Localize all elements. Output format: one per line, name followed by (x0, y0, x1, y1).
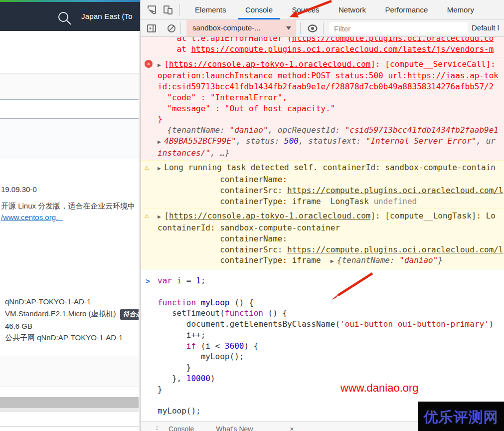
expand-triangle-icon[interactable]: ▶ (158, 139, 164, 145)
console-line: containerSrc: https://compute.plugins.oc… (141, 185, 504, 196)
tab-performance[interactable]: Performance (376, 0, 436, 19)
console-text: myLoop (201, 298, 230, 307)
page-row (0, 118, 139, 158)
console-text: containerId: sandbox-compute-container (158, 223, 340, 232)
drawer-menu-icon[interactable]: ⋮ (154, 425, 161, 431)
console-text: instances/" (158, 148, 210, 158)
drawer-tab-whats-new[interactable]: What's New (216, 425, 253, 431)
log-levels-dropdown[interactable]: Default l (472, 23, 499, 32)
console-text: ; (201, 276, 206, 285)
console-line: containerSrc: https://compute.plugins.oc… (141, 244, 504, 255)
console-line: }, 10000) (141, 373, 504, 384)
console-text: operation:launchInstance method:POST sta… (158, 71, 407, 80)
console-text: ) { (244, 341, 258, 351)
live-expression-eye-icon[interactable] (307, 23, 318, 33)
console-line: } (141, 384, 504, 395)
image-description-text: 开源 Linux 分发版，适合在企业云环境中 (1, 202, 135, 211)
error-icon[interactable] (145, 60, 153, 68)
console-error-block: ▶ [https://console.ap-tokyo-1.oracleclou… (141, 57, 504, 161)
oracle-cloud-page: Japan East (To 19.09.30-0 开源 Linux 分发版，适… (0, 0, 140, 431)
divider (179, 4, 180, 16)
console-link[interactable]: https://compute.plugins.oci.oraclecloud.… (287, 186, 503, 195)
console-link[interactable]: https://console.ap-tokyo-1.oraclecloud.c… (169, 59, 371, 69)
console-link[interactable]: https://compute.plugins.oci.oraclecloud.… (287, 245, 503, 254)
page-row (0, 73, 139, 99)
filter-input[interactable] (329, 22, 468, 34)
tab-sources[interactable]: Sources (283, 0, 328, 19)
console-text: id:csid59713bcc41fdb1434fb2faab9e1e/f288… (158, 82, 494, 91)
console-text: } (158, 114, 163, 124)
console-line: at t.e.apiErrorHandler (https://compute.… (141, 37, 504, 44)
divider (323, 22, 324, 34)
console-link[interactable]: https://iaas.ap-tok (407, 71, 499, 80)
divider (0, 73, 139, 74)
chevron-down-icon (286, 26, 291, 30)
scroll-band[interactable] (0, 397, 139, 408)
console-text: setTimeout( (158, 308, 225, 318)
drawer-close-icon[interactable]: × (290, 425, 294, 431)
tab-console[interactable]: Console (237, 0, 281, 19)
console-line: ▶ [https://console.ap-tokyo-1.oracleclou… (141, 211, 504, 222)
tab-memory[interactable]: Memory (439, 0, 483, 19)
image-version-text: 19.09.30-0 (1, 185, 37, 194)
console-toolbar: sandbox-compute-... Default l (141, 20, 504, 37)
console-text: Long running task detected self. contain… (164, 163, 496, 172)
page-header-bar: Japan East (To (0, 2, 140, 31)
drawer-tab-console[interactable]: Console (168, 425, 194, 431)
vm-availability-domain: qNnD:AP-TOKYO-1-AD-1 (5, 297, 91, 306)
console-line: "code" : "InternalError", (141, 92, 504, 103)
tab-elements[interactable]: Elements (186, 0, 235, 19)
console-text: containerName: (158, 175, 287, 184)
console-text: "daniao" (230, 125, 268, 135)
watermark-box: 优乐评测网 (418, 402, 504, 431)
device-toolbar-icon[interactable] (163, 4, 173, 15)
console-link[interactable]: https://console.ap-tokyo-1.oraclecloud.c… (169, 211, 371, 220)
console-line: document.getElementsByClassName('oui-but… (141, 319, 504, 330)
devtools-panel: Elements Console Sources Network Perform… (140, 0, 504, 431)
console-text: containerType: iframe LongTask (158, 197, 373, 206)
console-text: ) (489, 319, 494, 329)
console-text: "message" : "Out of host capacity." (158, 104, 335, 113)
console-line: at https://compute.plugins.oci.oracleclo… (141, 44, 504, 55)
console-line: if (i < 3600) { (141, 341, 504, 352)
javascript-context-select[interactable]: sandbox-compute-... (186, 20, 296, 36)
console-line: ▶ [https://console.ap-tokyo-1.oracleclou… (141, 59, 504, 71)
console-link[interactable]: https://compute.plugins.oci.oraclecloud.… (292, 37, 494, 43)
console-text: , status: (236, 136, 284, 146)
console-warn-block: ▶ [https://console.ap-tokyo-1.oracleclou… (141, 209, 504, 269)
show-console-sidebar-icon[interactable] (147, 23, 157, 33)
console-line: setTimeout(function () { (141, 308, 504, 319)
warn-icon[interactable] (145, 163, 153, 171)
console-text: () { (230, 298, 254, 307)
expand-triangle-icon[interactable]: ▶ (331, 258, 337, 264)
console-line: function myLoop () { (141, 297, 504, 308)
expand-triangle-icon[interactable]: ▶ (158, 214, 164, 220)
console-text: { (158, 125, 172, 135)
console-text: (i < (196, 341, 225, 351)
console-text: myLoop(); (158, 352, 244, 361)
console-text: } (158, 385, 163, 394)
tab-network[interactable]: Network (330, 0, 374, 19)
search-icon[interactable] (56, 10, 73, 27)
region-selector[interactable]: Japan East (To (81, 12, 133, 20)
console-text: function (225, 308, 263, 318)
vm-shape-line: VM.Standard.E2.1.Micro (虚拟机)符合条 (5, 309, 140, 320)
devtools-tab-bar: Elements Console Sources Network Perform… (141, 0, 504, 20)
console-line: i++; (141, 330, 504, 341)
expand-triangle-icon[interactable]: ▶ (158, 62, 164, 68)
warn-icon[interactable] (145, 212, 153, 219)
context-label: sandbox-compute-... (192, 23, 261, 32)
console-text: } (158, 363, 191, 372)
console-text: , ur (476, 136, 496, 146)
console-text: i++; (158, 330, 205, 340)
console-line: } (141, 114, 504, 125)
inspect-element-icon[interactable] (147, 4, 158, 15)
console-text: function (158, 298, 201, 307)
console-text: tenantName: (172, 125, 230, 135)
vm-memory-text: 46.6 GB (5, 322, 32, 330)
expand-triangle-icon[interactable]: ▶ (158, 165, 164, 172)
console-text: myLoop(); (158, 406, 201, 416)
console-link[interactable]: https://compute.plugins.oci.oraclecloud.… (191, 44, 494, 54)
clear-console-icon[interactable] (167, 23, 176, 33)
centos-link[interactable]: /www.centos.org。 (1, 213, 63, 222)
